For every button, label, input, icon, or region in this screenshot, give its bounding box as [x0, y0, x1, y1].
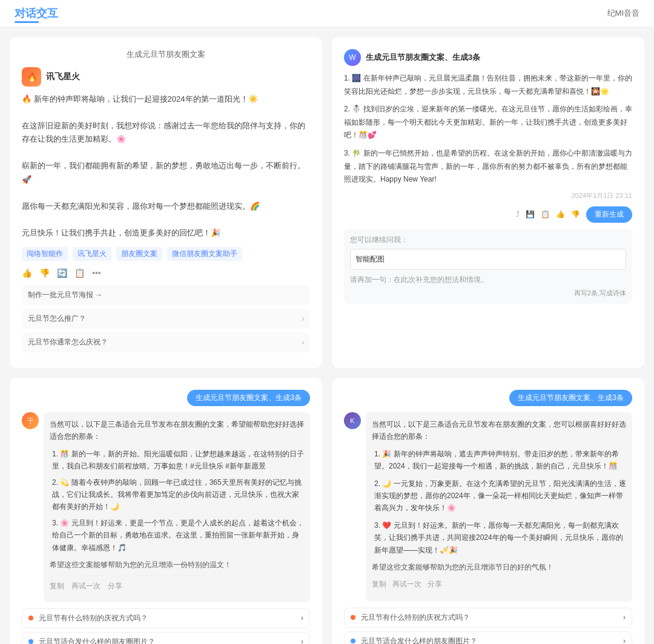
- wenxin-bottom-actions: 再写2条,写成诗体: [350, 289, 626, 298]
- tongyi-sug-2-dot: [28, 639, 33, 644]
- wenxin-content: 1. 🎆 在新年钟声已敲响，元旦晨光温柔颜！告别往昔，拥抱未来，带这新的一年里，…: [344, 72, 632, 186]
- wenxin-timestamp: 2024年1月1日 23:11: [344, 191, 632, 200]
- wenxin-input-area: 您可以继续问我： 智能配图 请再加一句：在此次补充您的想法和情境。 再写2条,写…: [344, 229, 632, 304]
- tongyi-chat-row: 千 当然可以，以下是三条适合元旦节发布在朋友圈的文案，希望能帮助您好好选择适合您…: [22, 412, 310, 602]
- logo-underline: [15, 21, 39, 23]
- more-icon[interactable]: •••: [92, 268, 101, 278]
- wenxin-top-bar: W 生成元旦节朋友圈文案、生成3条: [344, 49, 632, 72]
- tongyi-item-1: 1. 🎊 新的一年，新的开始。阳光温暖似阳，让梦想越来越远，在这特别的日子里，我…: [52, 448, 304, 473]
- kimi-retry-action[interactable]: 再试一次: [392, 578, 421, 590]
- tongyi-sug-2[interactable]: 元旦节适合发什么样的朋友圈图片？ ›: [22, 632, 310, 644]
- wenxin-bottom-hint[interactable]: 再写2条,写成诗体: [574, 289, 626, 298]
- wenxin-item-1: 1. 🎆 在新年钟声已敲响，元旦晨光温柔颜！告别往昔，拥抱未来，带这新的一年里，…: [344, 72, 632, 98]
- wenxin-actions: ⤴ 💾 📋 👍 👎 重新生成: [344, 206, 632, 223]
- kimi-sug-1[interactable]: 元旦节有什么特别的庆祝方式吗？ ›: [344, 608, 632, 628]
- kimi-sug-2-content: 元旦节适合发什么样的朋友圈图片？: [351, 636, 477, 644]
- top-grid: 生成元旦节朋友圈文案 🔥 讯飞星火 🔥 新年的钟声即将敲响，让我们一起迎接202…: [10, 37, 644, 368]
- kimi-item-2: 2. 🌙 一元复始，万象更新。在这个充满希望的元旦节，阳光浅满满的生活，逐渐实现…: [374, 478, 626, 514]
- kimi-item-1: 1. 🎉 新年的钟声将敲响，遮去声声钟声特别。带走旧岁的愁，带来新年的希望。20…: [374, 448, 626, 473]
- bottom-grid: 生成元旦节朋友圈文案、生成3条 千 当然可以，以下是三条适合元旦节发布在朋友圈的…: [10, 378, 644, 644]
- kimi-chat-row: K 当然可以，以下是三条适合元旦节发布在朋友圈的文案，您可以根据喜好好好选择适合…: [344, 412, 632, 602]
- spark-suggestions: 制作一批元旦节海报 → 元旦节怎么推广？ › 元旦节你通常怎么庆祝？ ›: [22, 285, 310, 352]
- wenxin-like-btn[interactable]: 👍: [556, 210, 565, 218]
- kimi-sug-1-dot: [351, 615, 355, 620]
- tongyi-suggestions: 元旦节有什么特别的庆祝方式吗？ › 元旦节适合发什么样的朋友圈图片？ › 元旦节…: [22, 608, 310, 644]
- wenxin-regenerate-btn[interactable]: 重新生成: [586, 206, 632, 223]
- header-right-text: 纪MI音音: [607, 8, 639, 19]
- kimi-numbered-list: 1. 🎉 新年的钟声将敲响，遮去声声钟声特别。带走旧岁的愁，带来新年的希望。20…: [372, 448, 626, 556]
- tongyi-item-3: 3. 🌸 元旦到！好运来，更是一个节点，更是个人成长的起点，趁着这个机会，给自己…: [52, 517, 304, 554]
- card-kimi: 生成元旦节朋友圈文案、生成3条 K 当然可以，以下是三条适合元旦节发布在朋友圈的…: [332, 378, 644, 644]
- app-header: 对话交互 纪MI音音: [0, 0, 654, 27]
- spark-sug-1-text: 制作一批元旦节海报 →: [28, 290, 102, 300]
- tongyi-sug-1-dot: [28, 616, 33, 620]
- kimi-copy-action[interactable]: 复制: [372, 578, 386, 590]
- wenxin-copy-btn[interactable]: 📋: [541, 210, 550, 218]
- kimi-item-3: 3. ❤️ 元旦到！好运来。新的一年，愿你每一天都充满阳光，每一刻都充满欢笑，让…: [374, 519, 626, 556]
- kimi-header-btn[interactable]: 生成元旦节朋友圈文案、生成3条: [509, 390, 632, 406]
- tongyi-sug-1[interactable]: 元旦节有什么特别的庆祝方式吗？ ›: [22, 608, 310, 628]
- wenxin-dislike-btn[interactable]: 👎: [571, 210, 580, 218]
- kimi-avatar-icon: K: [350, 417, 354, 424]
- thumbs-up-icon[interactable]: 👍: [22, 268, 32, 278]
- tag-2[interactable]: 讯飞星火: [73, 247, 111, 261]
- kimi-sug-1-arrow: ›: [623, 613, 626, 622]
- wenxin-share-btn[interactable]: ⤴: [516, 210, 520, 218]
- tongyi-sug-1-arrow: ›: [301, 614, 303, 622]
- spark-name: 讯飞星火: [46, 71, 80, 82]
- kimi-avatar: K: [344, 412, 361, 429]
- kimi-sug-1-content: 元旦节有什么特别的庆祝方式吗？: [351, 613, 470, 623]
- card-wenxin: W 生成元旦节朋友圈文案、生成3条 1. 🎆 在新年钟声已敲响，元旦晨光温柔颜！…: [332, 37, 644, 368]
- kimi-intro: 当然可以，以下是三条适合元旦节发布在朋友圈的文案，您可以根据喜好好好选择适合您的…: [372, 418, 626, 443]
- spark-action-row: 👍 👎 🔄 📋 •••: [22, 268, 310, 278]
- refresh-icon[interactable]: 🔄: [57, 268, 67, 278]
- tongyi-header-btn[interactable]: 生成元旦节朋友圈文案、生成3条: [187, 390, 310, 406]
- wenxin-item-3: 3. 🎋 新的一年已悄然开始，也是希望的历程。在这全新的开始，愿你心中那清澈温暖…: [344, 147, 632, 186]
- kimi-sug-2-dot: [351, 639, 355, 643]
- spark-avatar: 🔥: [22, 67, 41, 87]
- spark-sug-2[interactable]: 元旦节怎么推广？ ›: [22, 309, 310, 329]
- tongyi-chat-actions: 复制 再试一次 分享: [50, 576, 304, 596]
- kimi-sug-2-arrow: ›: [623, 637, 626, 644]
- tag-4[interactable]: 微信朋友圈文案助手: [167, 247, 242, 261]
- spark-sug-3-text: 元旦节你通常怎么庆祝？: [28, 337, 108, 347]
- spark-sug-3-arrow: ›: [302, 338, 304, 347]
- tag-3[interactable]: 朋友圈文案: [116, 247, 162, 261]
- tongyi-share-action[interactable]: 分享: [108, 580, 122, 592]
- tongyi-top-bar: 生成元旦节朋友圈文案、生成3条: [22, 390, 310, 406]
- spark-sug-2-text: 元旦节怎么推广？: [28, 314, 86, 324]
- wenxin-header: W 生成元旦节朋友圈文案、生成3条: [344, 49, 480, 66]
- tongyi-numbered-list: 1. 🎊 新的一年，新的开始。阳光温暖似阳，让梦想越来越远，在这特别的日子里，我…: [50, 448, 304, 554]
- kimi-chat-bubble: 当然可以，以下是三条适合元旦节发布在朋友圈的文案，您可以根据喜好好好选择适合您的…: [366, 412, 632, 602]
- card-tongyi: 生成元旦节朋友圈文案、生成3条 千 当然可以，以下是三条适合元旦节发布在朋友圈的…: [10, 378, 322, 644]
- spark-card-title: 生成元旦节朋友圈文案: [22, 49, 310, 60]
- wenxin-avatar: W: [344, 49, 361, 66]
- spark-content: 🔥 新年的钟声即将敲响，让我们一起迎接2024年的第一道阳光！☀️ 在这辞旧迎新…: [22, 93, 310, 240]
- copy-icon[interactable]: 📋: [74, 268, 85, 278]
- tongyi-item-2: 2. 💫 随着今夜钟声的敲响，回顾一年已成过往，365天里所有美好的记忆与挑战，…: [52, 476, 304, 513]
- wenxin-input-hint: 您可以继续问我：: [350, 235, 626, 245]
- thumbs-down-icon[interactable]: 👎: [39, 268, 50, 278]
- wenxin-input-text-hint: 请再加一句：在此次补充您的想法和情境。: [350, 275, 626, 285]
- spark-avatar-icon: 🔥: [27, 72, 37, 82]
- wenxin-avatar-icon: W: [349, 53, 355, 62]
- tongyi-sug-2-arrow: ›: [301, 637, 303, 644]
- kimi-sug-2[interactable]: 元旦节适合发什么样的朋友圈图片？ ›: [344, 631, 632, 644]
- wenxin-item-2: 2. ☃️ 找到旧岁的尘埃，迎来新年的第一缕曙光。在这元旦佳节，愿你的生活如彩绘…: [344, 103, 632, 142]
- tongyi-sug-1-content: 元旦节有什么特别的庆祝方式吗？: [28, 613, 148, 623]
- tongyi-avatar: 千: [22, 412, 39, 429]
- logo: 对话交互: [15, 6, 58, 21]
- wenxin-input-box[interactable]: 智能配图: [350, 249, 626, 270]
- tongyi-copy-action[interactable]: 复制: [50, 580, 64, 592]
- tongyi-chat-bubble: 当然可以，以下是三条适合元旦节发布在朋友圈的文案，希望能帮助您好好选择适合您的那…: [44, 412, 310, 602]
- tongyi-retry-action[interactable]: 再试一次: [71, 580, 101, 592]
- spark-sug-3[interactable]: 元旦节你通常怎么庆祝？ ›: [22, 332, 310, 352]
- wenxin-title: 生成元旦节朋友圈文案、生成3条: [366, 52, 480, 63]
- wenxin-save-btn[interactable]: 💾: [526, 210, 535, 218]
- logo-text: 对话交互: [15, 7, 58, 19]
- spark-header: 🔥 讯飞星火: [22, 67, 310, 87]
- spark-sug-1[interactable]: 制作一批元旦节海报 →: [22, 285, 310, 305]
- kimi-share-action[interactable]: 分享: [428, 578, 442, 590]
- tag-1[interactable]: 闯络智能作: [22, 247, 68, 261]
- kimi-bottom-text: 希望这些文案能够帮助为您的元旦增添节日的好的气氛！: [372, 561, 626, 573]
